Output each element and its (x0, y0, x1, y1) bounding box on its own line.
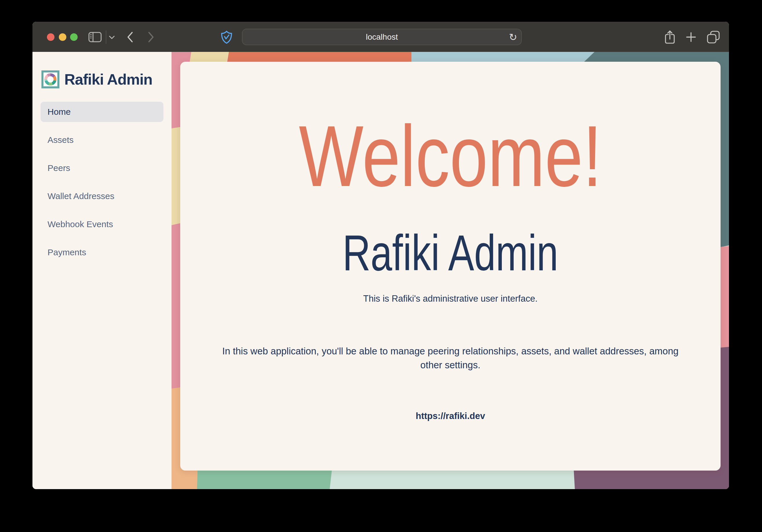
forward-button[interactable] (146, 31, 155, 43)
welcome-heading: Welcome! (237, 113, 664, 199)
tabs-icon[interactable] (707, 31, 720, 43)
zoom-button[interactable] (70, 33, 78, 41)
main-area: Welcome! Rafiki Admin This is Rafiki's a… (172, 52, 729, 489)
browser-toolbar: localhost ↻ (33, 22, 729, 52)
welcome-card: Welcome! Rafiki Admin This is Rafiki's a… (180, 62, 721, 471)
sidebar-item-assets[interactable]: Assets (40, 130, 163, 150)
shield-icon[interactable] (220, 30, 233, 44)
address-bar[interactable]: localhost ↻ (242, 29, 522, 45)
toolbar-divider (106, 31, 106, 44)
address-text: localhost (366, 33, 398, 42)
back-button[interactable] (126, 31, 135, 43)
sidebar-item-peers[interactable]: Peers (40, 158, 163, 178)
page-title: Rafiki Admin (242, 228, 658, 278)
minimize-button[interactable] (59, 33, 66, 41)
refresh-icon[interactable]: ↻ (509, 32, 517, 42)
brand-name: Rafiki Admin (64, 71, 152, 88)
sidebar-item-home[interactable]: Home (40, 102, 163, 122)
chevron-down-icon[interactable] (109, 35, 115, 40)
desktop: { "browser": { "url": "localhost", "refr… (0, 0, 762, 532)
sidebar-item-webhook-events[interactable]: Webhook Events (40, 214, 163, 234)
sidebar-item-wallet-addresses[interactable]: Wallet Addresses (40, 186, 163, 206)
sidebar-toggle-icon[interactable] (88, 32, 102, 42)
sidebar: Rafiki Admin HomeAssetsPeersWallet Addre… (33, 52, 172, 489)
browser-window: localhost ↻ Rafiki Admin HomeAsset (33, 22, 729, 489)
sidebar-item-payments[interactable]: Payments (40, 242, 163, 263)
rafiki-link[interactable]: https://rafiki.dev (180, 411, 721, 421)
brand: Rafiki Admin (41, 70, 152, 88)
tagline: This is Rafiki's administrative user int… (180, 293, 721, 304)
page-content: Rafiki Admin HomeAssetsPeersWallet Addre… (33, 52, 729, 489)
logo-donut (44, 73, 56, 86)
rafiki-logo-icon (41, 70, 59, 88)
close-button[interactable] (47, 33, 54, 41)
description: In this web application, you'll be able … (219, 344, 682, 372)
share-icon[interactable] (663, 30, 676, 44)
plus-icon[interactable] (685, 31, 697, 43)
sidebar-nav: HomeAssetsPeersWallet AddressesWebhook E… (40, 102, 163, 263)
